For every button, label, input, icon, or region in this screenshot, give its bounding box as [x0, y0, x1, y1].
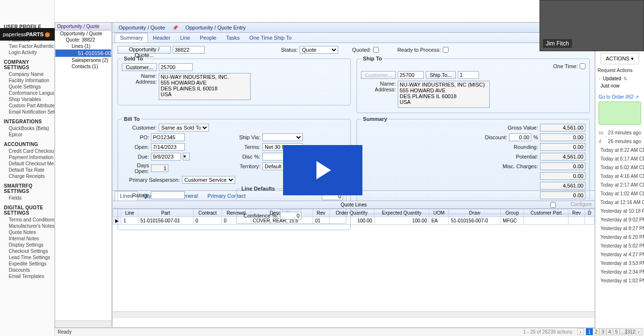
settings-link[interactable]: Epicor	[0, 131, 54, 138]
tree-node[interactable]: Contacts (1)	[55, 63, 111, 70]
settings-link[interactable]: Email Templates	[0, 273, 54, 279]
settings-link[interactable]: Two Factor Authentication	[0, 43, 54, 49]
status-select[interactable]: Quote	[300, 46, 338, 54]
configure-button[interactable]: Configure	[571, 202, 592, 207]
pager-page[interactable]: 5	[613, 328, 620, 335]
shipto-input[interactable]	[458, 71, 479, 79]
settings-link[interactable]: Email Notification Setting	[0, 109, 54, 115]
action-log-row[interactable]: d26 minutes ago	[599, 137, 643, 146]
action-log-row[interactable]: dYesterday at 2:34 PM	[599, 268, 643, 277]
onetime-checkbox[interactable]	[580, 63, 585, 69]
shipvia-select[interactable]	[262, 133, 303, 141]
grid-checkbox[interactable]	[550, 202, 556, 208]
win-tab-opportunity[interactable]: Opportunity / Quote	[115, 24, 169, 31]
settings-link[interactable]: Expedite Settings	[0, 261, 54, 267]
pager-next[interactable]: ›	[635, 328, 642, 335]
pager-page[interactable]: 1312	[627, 328, 633, 335]
ready-checkbox[interactable]	[443, 47, 449, 53]
discount-pct-input[interactable]	[509, 133, 531, 141]
settings-link[interactable]: Terms and Conditions	[0, 217, 54, 223]
tree-tab[interactable]: Opportunity / Quote	[55, 23, 111, 30]
main-tab[interactable]: Line	[175, 33, 195, 42]
action-log-row[interactable]: dToday at 12:16 AM CD	[599, 198, 643, 207]
sort-icon[interactable]: ⇅	[623, 76, 627, 81]
po-input[interactable]	[151, 133, 185, 141]
due-date-picker-icon[interactable]: ▾	[183, 153, 190, 161]
tree-node[interactable]: 51-010156-00	[55, 49, 111, 57]
action-log-row[interactable]: dToday at 8:22 AM CD	[599, 146, 643, 155]
open-date-input[interactable]	[151, 143, 185, 151]
main-tab[interactable]: One Time Ship To	[244, 33, 296, 42]
settings-link[interactable]: Credit Card Checkout	[0, 148, 54, 154]
rating-input[interactable]	[151, 191, 185, 199]
settings-link[interactable]: Quote Notes	[0, 229, 54, 235]
onetime-label: One Time:	[553, 63, 578, 69]
action-log-row[interactable]: dYesterday at 8:27 PM	[599, 224, 643, 233]
due-date-input[interactable]	[151, 153, 181, 161]
main-tab[interactable]: People	[195, 33, 221, 42]
main-tab[interactable]: Summary	[115, 33, 148, 43]
soldto-customer-button[interactable]: Customer...	[122, 63, 157, 71]
pager-page[interactable]: 4	[606, 328, 613, 335]
main-tab[interactable]: Tasks	[221, 33, 244, 42]
main-tab[interactable]: Header	[148, 33, 175, 42]
video-play-overlay[interactable]	[283, 145, 362, 195]
go-to-order-link[interactable]: Go to Order #62 ↗	[599, 94, 641, 100]
tree-node[interactable]: Quote: 38822	[55, 37, 111, 43]
tree-node[interactable]: Lines (1)	[55, 43, 111, 49]
settings-link[interactable]: Display Settings	[0, 242, 54, 248]
action-log-row[interactable]: dToday at 5:02 AM CD	[599, 163, 643, 172]
settings-link[interactable]: Default Checkout Method	[0, 161, 54, 167]
settings-link[interactable]: Payment Information	[0, 154, 54, 161]
action-log-row[interactable]: dYesterday at 5:02 PM	[599, 242, 643, 250]
action-log-row[interactable]: dYesterday at 1:02 PM	[599, 277, 643, 285]
settings-link[interactable]: Custom Part Attributes	[0, 102, 54, 109]
pager-page[interactable]: 3	[599, 328, 606, 335]
settings-link[interactable]: Manufacturer's Notes	[0, 223, 54, 229]
conf-input[interactable]	[280, 212, 301, 219]
grid-scrollbar[interactable]	[113, 311, 595, 318]
tree-node[interactable]: Opportunity / Quote	[55, 30, 111, 37]
action-log-row[interactable]: ss23 minutes ago	[599, 129, 643, 137]
soldto-customer-input[interactable]	[159, 63, 193, 71]
action-log-row[interactable]: dYesterday at 4:27 PM	[599, 250, 643, 259]
pager-page[interactable]: 2	[593, 328, 599, 335]
settings-link[interactable]: Charge Receipts	[0, 173, 54, 179]
action-log-row[interactable]: dYesterday at 3:53 PM	[599, 259, 643, 268]
tree-node[interactable]: Salespersons (2)	[55, 57, 111, 63]
settings-link[interactable]: Default Tax Rate	[0, 167, 54, 173]
settings-link[interactable]: Shop Variables	[0, 96, 54, 102]
settings-link[interactable]: Internal Notes	[0, 235, 54, 242]
settings-link[interactable]: Checkout Settings	[0, 248, 54, 254]
shipto-button[interactable]: Ship To...	[426, 71, 456, 79]
quote-number-input[interactable]	[173, 46, 205, 54]
pager-page[interactable]: 1	[586, 328, 593, 335]
billto-customer-select[interactable]: Same as Sold To	[159, 124, 209, 131]
pin-icon[interactable]: 📌	[170, 24, 180, 31]
primsales-select[interactable]: Customer Service	[182, 176, 235, 184]
summary-value	[540, 172, 585, 180]
win-tab-entry[interactable]: Opportunity / Quote Entry	[181, 24, 250, 31]
action-log-row[interactable]: dYesterday at 6:20 PM	[599, 233, 643, 242]
opportunity-quote-button[interactable]: Opportunity / Quote...	[118, 46, 171, 54]
action-log-row[interactable]: dToday at 4:16 AM CD	[599, 172, 643, 181]
action-log-row[interactable]: dToday at 2:17 AM CD	[599, 181, 643, 190]
tree-scrollbar[interactable]	[55, 321, 111, 327]
settings-link[interactable]: Login Activity	[0, 49, 54, 56]
action-log-row[interactable]: dYesterday at 9:02 PM	[599, 216, 643, 224]
quoted-checkbox[interactable]	[373, 47, 379, 53]
shipto-customer-input[interactable]	[398, 71, 424, 79]
settings-link[interactable]: Discounts	[0, 267, 54, 273]
action-log-row[interactable]: dToday at 1:02 AM CD	[599, 190, 643, 198]
settings-link[interactable]: Company Name	[0, 71, 54, 77]
settings-link[interactable]: Fields	[0, 195, 54, 201]
action-log-row[interactable]: dToday at 6:17 AM CD	[599, 155, 643, 163]
settings-link[interactable]: Lead Time Settings	[0, 254, 54, 261]
action-log-row[interactable]: dYesterday at 10:18 PM	[599, 207, 643, 216]
actions-button[interactable]: ACTIONS ▾	[600, 53, 639, 64]
pager-prev[interactable]: ‹	[577, 328, 584, 335]
settings-link[interactable]: Facility Information	[0, 77, 54, 84]
settings-link[interactable]: Conformance Language	[0, 90, 54, 96]
settings-link[interactable]: QuickBooks (Beta)	[0, 125, 54, 131]
settings-link[interactable]: Quote Settings	[0, 84, 54, 90]
